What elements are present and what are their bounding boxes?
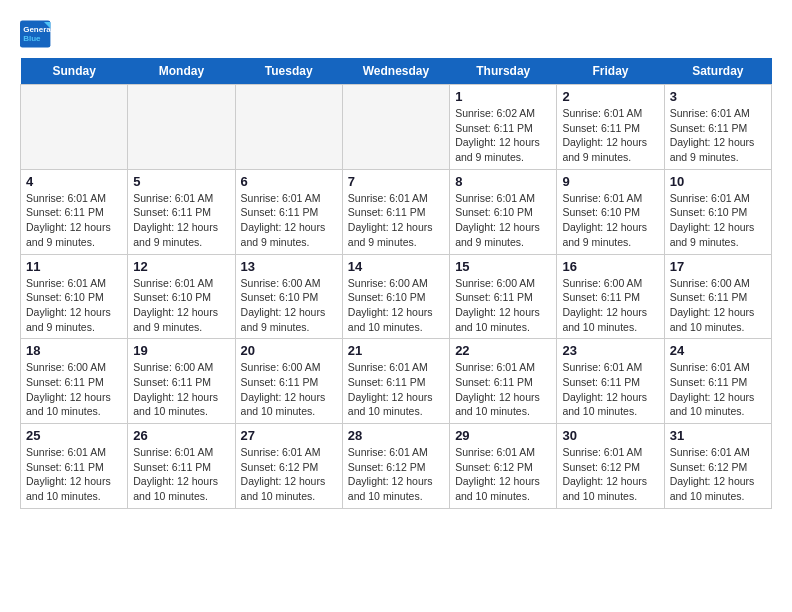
day-info: Sunrise: 6:01 AM Sunset: 6:11 PM Dayligh… [670,360,766,419]
calendar-cell: 17Sunrise: 6:00 AM Sunset: 6:11 PM Dayli… [664,254,771,339]
day-number: 22 [455,343,551,358]
calendar-cell: 5Sunrise: 6:01 AM Sunset: 6:11 PM Daylig… [128,169,235,254]
calendar-cell: 22Sunrise: 6:01 AM Sunset: 6:11 PM Dayli… [450,339,557,424]
day-info: Sunrise: 6:01 AM Sunset: 6:10 PM Dayligh… [26,276,122,335]
day-number: 12 [133,259,229,274]
day-number: 19 [133,343,229,358]
calendar-cell: 29Sunrise: 6:01 AM Sunset: 6:12 PM Dayli… [450,424,557,509]
calendar-cell: 30Sunrise: 6:01 AM Sunset: 6:12 PM Dayli… [557,424,664,509]
day-info: Sunrise: 6:01 AM Sunset: 6:12 PM Dayligh… [670,445,766,504]
calendar-cell: 4Sunrise: 6:01 AM Sunset: 6:11 PM Daylig… [21,169,128,254]
day-info: Sunrise: 6:00 AM Sunset: 6:11 PM Dayligh… [133,360,229,419]
calendar-cell: 20Sunrise: 6:00 AM Sunset: 6:11 PM Dayli… [235,339,342,424]
day-info: Sunrise: 6:01 AM Sunset: 6:11 PM Dayligh… [455,360,551,419]
logo: General Blue [20,20,52,48]
day-header-monday: Monday [128,58,235,85]
calendar-cell: 11Sunrise: 6:01 AM Sunset: 6:10 PM Dayli… [21,254,128,339]
day-info: Sunrise: 6:01 AM Sunset: 6:11 PM Dayligh… [133,191,229,250]
calendar-cell: 6Sunrise: 6:01 AM Sunset: 6:11 PM Daylig… [235,169,342,254]
day-info: Sunrise: 6:01 AM Sunset: 6:11 PM Dayligh… [562,106,658,165]
calendar-cell: 9Sunrise: 6:01 AM Sunset: 6:10 PM Daylig… [557,169,664,254]
day-info: Sunrise: 6:00 AM Sunset: 6:10 PM Dayligh… [241,276,337,335]
day-info: Sunrise: 6:01 AM Sunset: 6:12 PM Dayligh… [348,445,444,504]
day-info: Sunrise: 6:00 AM Sunset: 6:11 PM Dayligh… [241,360,337,419]
calendar-cell: 21Sunrise: 6:01 AM Sunset: 6:11 PM Dayli… [342,339,449,424]
day-info: Sunrise: 6:00 AM Sunset: 6:11 PM Dayligh… [670,276,766,335]
day-number: 1 [455,89,551,104]
calendar-cell: 28Sunrise: 6:01 AM Sunset: 6:12 PM Dayli… [342,424,449,509]
day-header-tuesday: Tuesday [235,58,342,85]
day-info: Sunrise: 6:01 AM Sunset: 6:10 PM Dayligh… [455,191,551,250]
day-number: 24 [670,343,766,358]
day-number: 5 [133,174,229,189]
day-number: 7 [348,174,444,189]
week-row-1: 1Sunrise: 6:02 AM Sunset: 6:11 PM Daylig… [21,85,772,170]
day-number: 3 [670,89,766,104]
day-number: 13 [241,259,337,274]
day-number: 11 [26,259,122,274]
day-number: 29 [455,428,551,443]
day-number: 27 [241,428,337,443]
page-header: General Blue [20,20,772,48]
day-number: 14 [348,259,444,274]
calendar-cell: 23Sunrise: 6:01 AM Sunset: 6:11 PM Dayli… [557,339,664,424]
day-number: 15 [455,259,551,274]
day-number: 25 [26,428,122,443]
day-info: Sunrise: 6:01 AM Sunset: 6:11 PM Dayligh… [348,360,444,419]
calendar-cell: 27Sunrise: 6:01 AM Sunset: 6:12 PM Dayli… [235,424,342,509]
day-number: 26 [133,428,229,443]
day-info: Sunrise: 6:02 AM Sunset: 6:11 PM Dayligh… [455,106,551,165]
calendar-cell: 14Sunrise: 6:00 AM Sunset: 6:10 PM Dayli… [342,254,449,339]
calendar-cell: 18Sunrise: 6:00 AM Sunset: 6:11 PM Dayli… [21,339,128,424]
calendar-cell: 26Sunrise: 6:01 AM Sunset: 6:11 PM Dayli… [128,424,235,509]
calendar-cell: 7Sunrise: 6:01 AM Sunset: 6:11 PM Daylig… [342,169,449,254]
day-info: Sunrise: 6:01 AM Sunset: 6:11 PM Dayligh… [670,106,766,165]
day-number: 30 [562,428,658,443]
day-header-sunday: Sunday [21,58,128,85]
day-info: Sunrise: 6:00 AM Sunset: 6:11 PM Dayligh… [562,276,658,335]
calendar-cell: 31Sunrise: 6:01 AM Sunset: 6:12 PM Dayli… [664,424,771,509]
calendar-cell: 13Sunrise: 6:00 AM Sunset: 6:10 PM Dayli… [235,254,342,339]
logo-icon: General Blue [20,20,52,48]
calendar-cell: 16Sunrise: 6:00 AM Sunset: 6:11 PM Dayli… [557,254,664,339]
day-info: Sunrise: 6:01 AM Sunset: 6:12 PM Dayligh… [241,445,337,504]
calendar-cell: 3Sunrise: 6:01 AM Sunset: 6:11 PM Daylig… [664,85,771,170]
calendar-cell [21,85,128,170]
day-header-friday: Friday [557,58,664,85]
day-number: 18 [26,343,122,358]
day-number: 4 [26,174,122,189]
day-info: Sunrise: 6:01 AM Sunset: 6:11 PM Dayligh… [26,445,122,504]
calendar-cell [128,85,235,170]
calendar-cell: 15Sunrise: 6:00 AM Sunset: 6:11 PM Dayli… [450,254,557,339]
calendar-cell [235,85,342,170]
day-number: 28 [348,428,444,443]
day-info: Sunrise: 6:01 AM Sunset: 6:12 PM Dayligh… [455,445,551,504]
day-number: 8 [455,174,551,189]
day-number: 2 [562,89,658,104]
day-header-wednesday: Wednesday [342,58,449,85]
day-info: Sunrise: 6:01 AM Sunset: 6:11 PM Dayligh… [26,191,122,250]
day-number: 10 [670,174,766,189]
week-row-2: 4Sunrise: 6:01 AM Sunset: 6:11 PM Daylig… [21,169,772,254]
day-info: Sunrise: 6:01 AM Sunset: 6:11 PM Dayligh… [348,191,444,250]
day-number: 21 [348,343,444,358]
day-number: 20 [241,343,337,358]
day-number: 16 [562,259,658,274]
day-number: 9 [562,174,658,189]
day-info: Sunrise: 6:01 AM Sunset: 6:11 PM Dayligh… [241,191,337,250]
day-info: Sunrise: 6:01 AM Sunset: 6:11 PM Dayligh… [562,360,658,419]
svg-text:Blue: Blue [23,34,41,43]
day-number: 23 [562,343,658,358]
day-info: Sunrise: 6:01 AM Sunset: 6:10 PM Dayligh… [133,276,229,335]
calendar-cell: 1Sunrise: 6:02 AM Sunset: 6:11 PM Daylig… [450,85,557,170]
day-info: Sunrise: 6:00 AM Sunset: 6:10 PM Dayligh… [348,276,444,335]
day-info: Sunrise: 6:01 AM Sunset: 6:10 PM Dayligh… [670,191,766,250]
day-info: Sunrise: 6:01 AM Sunset: 6:12 PM Dayligh… [562,445,658,504]
day-number: 31 [670,428,766,443]
day-header-thursday: Thursday [450,58,557,85]
calendar-cell: 24Sunrise: 6:01 AM Sunset: 6:11 PM Dayli… [664,339,771,424]
calendar-cell: 2Sunrise: 6:01 AM Sunset: 6:11 PM Daylig… [557,85,664,170]
day-number: 6 [241,174,337,189]
week-row-4: 18Sunrise: 6:00 AM Sunset: 6:11 PM Dayli… [21,339,772,424]
day-info: Sunrise: 6:01 AM Sunset: 6:10 PM Dayligh… [562,191,658,250]
